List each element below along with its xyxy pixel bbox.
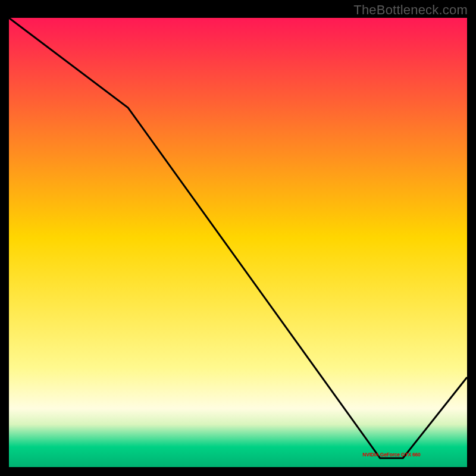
chart-frame: NVIDIA GeForce GTX 660: [9, 18, 467, 467]
attribution-text: TheBottleneck.com: [353, 2, 468, 18]
chart-background: [9, 18, 467, 467]
chart-plot: [9, 18, 467, 467]
chart-container: TheBottleneck.com NVIDIA GeForce GTX 660: [0, 0, 476, 476]
